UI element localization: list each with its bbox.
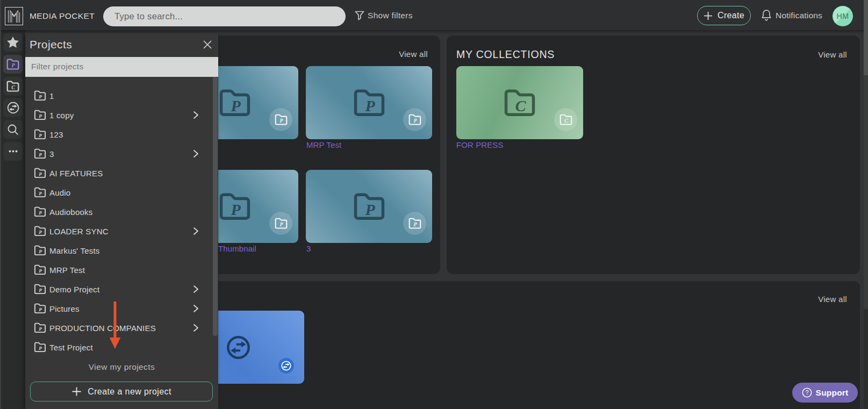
svg-text:P: P	[364, 97, 375, 114]
svg-text:P: P	[279, 118, 283, 124]
svg-text:P: P	[39, 229, 42, 235]
svg-text:P: P	[39, 152, 42, 157]
svg-text:C: C	[515, 97, 527, 114]
svg-text:P: P	[39, 268, 42, 274]
svg-text:P: P	[413, 118, 417, 124]
svg-text:P: P	[39, 288, 42, 293]
svg-text:P: P	[39, 94, 42, 99]
svg-text:P: P	[39, 113, 42, 119]
svg-text:P: P	[364, 200, 375, 218]
svg-text:P: P	[39, 307, 42, 312]
svg-text:C: C	[564, 118, 568, 124]
svg-text:P: P	[230, 200, 241, 218]
svg-text:P: P	[12, 62, 16, 68]
svg-text:P: P	[39, 191, 42, 196]
svg-text:P: P	[230, 97, 241, 114]
svg-text:?: ?	[805, 389, 808, 396]
svg-text:P: P	[279, 221, 283, 227]
svg-text:P: P	[39, 133, 42, 138]
svg-text:P: P	[413, 221, 417, 227]
svg-text:P: P	[39, 210, 42, 216]
svg-text:P: P	[39, 346, 42, 351]
svg-text:P: P	[39, 171, 42, 177]
svg-text:P: P	[39, 249, 42, 254]
svg-text:C: C	[11, 84, 15, 90]
svg-text:P: P	[39, 326, 42, 332]
